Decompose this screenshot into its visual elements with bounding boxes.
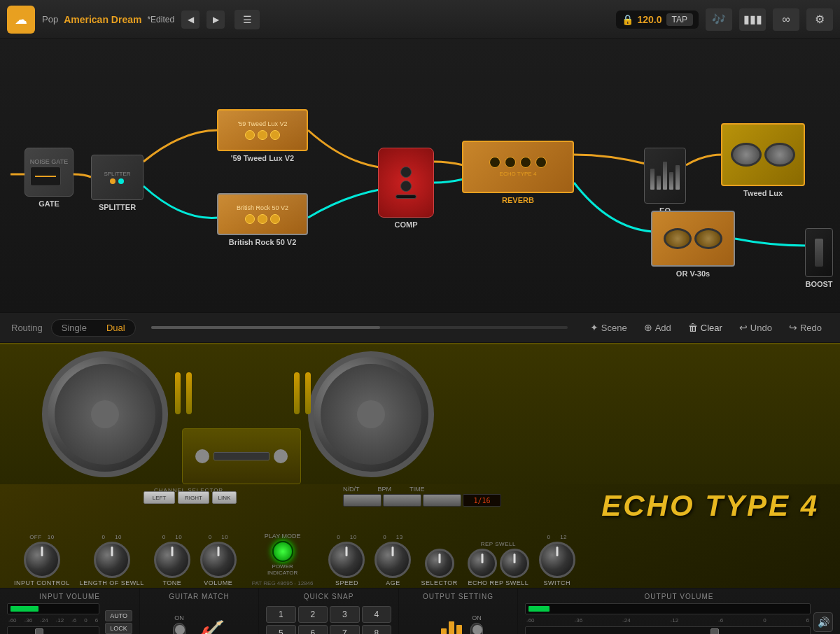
guitar-match-switch[interactable]: [173, 623, 186, 634]
prev-preset-button[interactable]: ◀: [181, 10, 200, 29]
eq-box: [644, 148, 686, 204]
input-control-scale: OFF 10: [29, 534, 55, 540]
single-mode-button[interactable]: Single: [52, 320, 97, 336]
input-fader[interactable]: [7, 626, 99, 634]
output-setting-toggle: ON OFF: [470, 614, 483, 634]
boost-label: BOOST: [805, 280, 832, 288]
cab-or-box: [651, 211, 735, 267]
snap-btn-8[interactable]: 8: [362, 625, 392, 634]
bpm-label: BPM: [378, 486, 392, 493]
timing-bar: 1/16: [343, 494, 501, 507]
mute-button[interactable]: 🔊: [813, 612, 833, 632]
play-mode-group: PLAY MODE POWERINDICATOR PAT REG 48695 -…: [252, 533, 314, 586]
time-segment[interactable]: [423, 494, 461, 507]
echo-rep-knob[interactable]: [468, 549, 497, 578]
output-meter-bar: [528, 606, 550, 612]
loop-button[interactable]: ∞: [773, 8, 799, 31]
menu-button[interactable]: ☰: [234, 10, 260, 29]
add-icon: ⊕: [644, 322, 652, 333]
routing-actions: ✦ Scene ⊕ Add 🗑 Clear ↩ Undo ↪ Redo: [583, 319, 829, 336]
snap-btn-3[interactable]: 3: [330, 606, 360, 623]
amp-59-node[interactable]: '59 Tweed Lux V2 '59 Tweed Lux V2: [217, 109, 308, 162]
reverb-label: REVERB: [502, 196, 534, 204]
snap-btn-7[interactable]: 7: [330, 625, 360, 634]
tap-button[interactable]: TAP: [666, 13, 693, 26]
splitter-node[interactable]: SPLITTER SPLITTER: [91, 155, 144, 211]
speed-label: SPEED: [335, 579, 358, 586]
cab-or-node[interactable]: OR V-30s: [651, 211, 735, 278]
routing-bar: Routing Single Dual ✦ Scene ⊕ Add 🗑 Clea…: [0, 312, 840, 343]
speed-knob[interactable]: [328, 542, 365, 578]
splitter-box: SPLITTER: [91, 155, 144, 200]
left-channel-button[interactable]: LEFT: [144, 491, 175, 504]
amp-59-label: '59 Tweed Lux V2: [231, 154, 294, 162]
echo-rep-swell-group: REP SWELL ECHO REP SWELL: [468, 541, 529, 586]
input-control-knob[interactable]: [24, 542, 60, 578]
snap-btn-1[interactable]: 1: [266, 606, 296, 623]
bpm-segment[interactable]: [383, 494, 421, 507]
eq-node[interactable]: EQ: [644, 148, 686, 215]
switch-label: SWITCH: [544, 579, 571, 586]
switch-knob[interactable]: [539, 542, 575, 578]
tone-knob[interactable]: [154, 542, 190, 578]
top-bar: ☁ Pop American Dream *Edited ◀ ▶ ☰ 🔒 120…: [0, 0, 840, 39]
amp-british-node[interactable]: British Rock 50 V2 British Rock 50 V2: [217, 193, 308, 246]
ndt-segment[interactable]: [343, 494, 382, 507]
add-button[interactable]: ⊕ Add: [637, 319, 678, 336]
routing-slider[interactable]: [151, 326, 568, 329]
redo-button[interactable]: ↪ Redo: [782, 319, 829, 336]
length-sewll-label: LENGTH OF SEWLL: [80, 579, 144, 586]
selector-knob[interactable]: [425, 549, 454, 578]
cab-tweed-node[interactable]: Tweed Lux: [721, 123, 805, 197]
dual-mode-button[interactable]: Dual: [97, 320, 135, 336]
lock-icon[interactable]: 🔒: [622, 14, 634, 25]
right-channel-button[interactable]: RIGHT: [178, 491, 209, 504]
bars-button[interactable]: ▮▮▮: [739, 8, 766, 31]
scene-button[interactable]: ✦ Scene: [583, 319, 634, 336]
next-preset-button[interactable]: ▶: [206, 10, 225, 29]
age-knob[interactable]: [374, 542, 411, 578]
bpm-value: 120.0: [638, 14, 662, 25]
speed-scale: 0 10: [337, 534, 356, 540]
lock-button[interactable]: LOCK: [105, 623, 132, 634]
power-indicator[interactable]: [272, 541, 293, 562]
bpm-section: 🔒 120.0 TAP: [616, 10, 699, 29]
output-setting-switch[interactable]: [470, 623, 483, 634]
volume-knob[interactable]: [200, 542, 237, 578]
signal-chain: NOISE GATE GATE SPLITTER SPLITTER: [0, 39, 840, 312]
output-volume-section: OUTPUT VOLUME -60-36-24-12-606 🔊 MUTE: [518, 589, 840, 634]
gate-node[interactable]: NOISE GATE GATE: [24, 148, 74, 208]
notation-button[interactable]: 🎶: [706, 8, 732, 31]
auto-button[interactable]: AUTO: [105, 610, 132, 621]
length-sewll-knob[interactable]: [94, 542, 130, 578]
reverb-node[interactable]: ECHO TYPE 4 REVERB: [462, 141, 574, 204]
guitar-on-label: ON: [174, 614, 184, 621]
snap-btn-2[interactable]: 2: [298, 606, 328, 623]
link-channel-button[interactable]: LINK: [212, 491, 237, 504]
switch-group: 0 12 SWITCH: [539, 534, 575, 586]
snap-btn-4[interactable]: 4: [362, 606, 392, 623]
ndt-label: N/D/T: [343, 486, 360, 493]
gate-graphic: NOISE GATE: [25, 148, 73, 196]
boost-node[interactable]: BOOST: [805, 228, 833, 288]
tone-group: 0 10 TONE: [154, 534, 190, 586]
preset-name[interactable]: American Dream: [64, 14, 141, 25]
power-indicator-label: POWERINDICATOR: [267, 563, 298, 576]
input-meter-bar: [10, 606, 38, 612]
settings-button[interactable]: ⚙: [806, 8, 833, 31]
comp-node[interactable]: COMP: [378, 148, 434, 229]
cloud-icon[interactable]: ☁: [7, 6, 35, 34]
input-volume-title: INPUT VOLUME: [7, 593, 132, 600]
snap-btn-5[interactable]: 5: [266, 625, 296, 634]
snap-btn-6[interactable]: 6: [298, 625, 328, 634]
echo-rep-swell-label: ECHO REP SWELL: [468, 579, 528, 586]
redo-icon: ↪: [789, 322, 797, 333]
channel-buttons: LEFT RIGHT LINK: [144, 491, 237, 504]
output-fader[interactable]: [525, 626, 811, 634]
clear-button[interactable]: 🗑 Clear: [681, 319, 729, 336]
selector-scale: [438, 541, 440, 547]
amp-59-box: '59 Tweed Lux V2: [217, 109, 308, 151]
switch-scale: 0 12: [547, 534, 567, 540]
echo-swell-knob[interactable]: [500, 549, 529, 578]
undo-button[interactable]: ↩ Undo: [732, 319, 779, 336]
